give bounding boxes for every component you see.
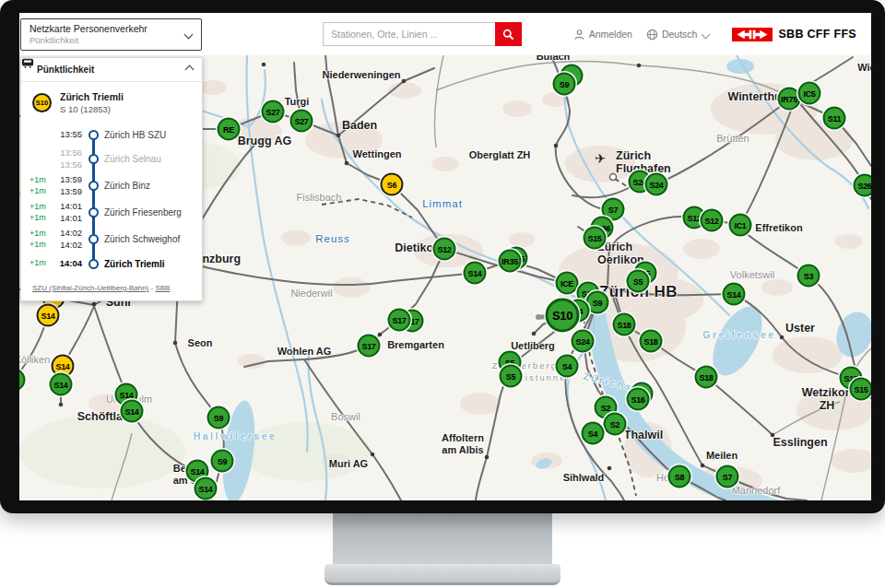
stop-node-icon	[88, 234, 99, 244]
layer-select-subtitle: Pünktlichkeit	[30, 35, 148, 46]
train-line-badge[interactable]: S4	[556, 355, 579, 378]
train-line-badge[interactable]: S17	[358, 335, 381, 358]
search-button[interactable]	[495, 22, 522, 46]
language-label: Deutsch	[662, 29, 698, 40]
login-button[interactable]: Anmelden	[573, 29, 632, 41]
stop-row: +1m+1m14:0114:01Zürich Friesenberg	[21, 199, 202, 226]
train-line-badge[interactable]: S14	[723, 283, 746, 306]
train-line-badge[interactable]: S15	[850, 378, 872, 401]
train-line-badge[interactable]: RE	[218, 118, 241, 141]
train-line-badge[interactable]: S16	[627, 388, 650, 411]
brand-name: SBB CFF FFS	[778, 28, 856, 41]
train-line-badge[interactable]: S9	[553, 73, 576, 96]
train-line-badge[interactable]: S2	[604, 413, 627, 436]
train-line-badge[interactable]: S26	[854, 174, 872, 197]
station-dot	[780, 335, 785, 340]
stop-name: Zürich Binz	[104, 181, 150, 191]
train-line-badge[interactable]: S27	[290, 110, 313, 133]
login-label: Anmelden	[589, 29, 632, 40]
train-line-badge[interactable]: S11	[823, 107, 846, 130]
station-dot	[92, 302, 97, 307]
layer-select-dropdown[interactable]: Netzkarte Personenverkehr Pünktlichkeit	[20, 18, 202, 51]
sbb-logo[interactable]: SBB CFF FFS	[732, 28, 856, 41]
panel-footer: SZU (Sihltal-Zürich-Uetliberg-Bahn) - SB…	[21, 276, 202, 300]
stop-row: 13:5613:56Zürich Selnau	[21, 146, 202, 172]
stop-node-icon	[88, 181, 99, 191]
search-input[interactable]	[323, 22, 495, 46]
train-line-badge[interactable]: S3	[797, 265, 820, 288]
stop-row: +1m+1m13:5913:59Zürich Binz	[21, 172, 202, 199]
station-dot	[59, 403, 64, 407]
stop-name: Zürich HB SZU	[104, 130, 166, 140]
train-line-badge[interactable]: S24	[645, 173, 668, 196]
train-line-badge[interactable]: S6	[381, 173, 404, 196]
sbb-link[interactable]: SBB	[155, 284, 170, 292]
punctuality-panel: Pünktlichkeit S10 Zürich Triemli S 10 (1…	[20, 57, 203, 301]
station-dot	[554, 144, 559, 148]
train-line-badge[interactable]: IC1	[729, 214, 752, 237]
train-line-badge[interactable]: S17	[388, 309, 411, 332]
train-line-badge[interactable]: S14	[195, 477, 218, 500]
train-line-badge[interactable]: S14	[121, 400, 144, 423]
train-line-badge[interactable]: S9	[207, 406, 230, 429]
person-icon	[573, 29, 585, 41]
train-line-badge[interactable]: S18	[695, 366, 718, 389]
station-dot	[345, 161, 349, 166]
app-header: Netzkarte Personenverkehr Pünktlichkeit	[19, 13, 871, 55]
panel-header[interactable]: Pünktlichkeit	[21, 58, 202, 82]
train-line-badge[interactable]: IR35	[499, 250, 522, 273]
selected-train-badge[interactable]: S10	[546, 299, 580, 333]
search-bar	[323, 22, 522, 46]
monitor-mockup: Netzkarte Personenverkehr Pünktlichkeit	[0, 0, 885, 588]
route-name: Zürich Triemli	[60, 91, 124, 102]
train-line-badge[interactable]: S14	[37, 304, 60, 327]
chevron-down-icon	[702, 29, 711, 39]
screen: Netzkarte Personenverkehr Pünktlichkeit	[19, 13, 871, 500]
train-line-badge[interactable]: S24	[572, 330, 595, 353]
stop-node-icon	[88, 154, 99, 164]
station-dot	[485, 455, 490, 460]
train-line-badge[interactable]: S5	[500, 365, 523, 388]
train-line-badge[interactable]: S7	[716, 465, 739, 488]
train-line-badge[interactable]: S18	[613, 313, 636, 336]
station-dot	[402, 79, 407, 84]
train-line-badge[interactable]: S18	[640, 330, 663, 353]
stop-name: Zürich Selnau	[104, 154, 161, 164]
stop-row: +1m+1m14:0214:02Zürich Schweighof	[21, 226, 202, 253]
station-dot	[336, 134, 341, 138]
monitor-stand	[333, 513, 552, 566]
stop-row: 13:55Zürich HB SZU	[21, 123, 202, 146]
stop-node-icon	[88, 259, 99, 269]
train-line-badge[interactable]: S12	[701, 209, 724, 232]
train-line-badge[interactable]: S5	[627, 270, 650, 293]
train-line-badge[interactable]: S8	[668, 465, 691, 488]
monitor-base	[324, 564, 560, 585]
language-selector[interactable]: Deutsch	[646, 29, 710, 41]
stop-name: Zürich Friesenberg	[104, 207, 182, 218]
search-icon	[502, 29, 514, 41]
sbb-flag-icon	[732, 28, 773, 41]
train-line-badge[interactable]: S9	[211, 450, 234, 473]
train-line-badge[interactable]: S4	[582, 422, 605, 445]
chevron-up-icon[interactable]	[185, 65, 195, 75]
stop-row: +1m14:04Zürich Triemli	[21, 253, 202, 275]
station-dot	[701, 464, 705, 468]
station-dot	[173, 341, 178, 346]
train-line-badge[interactable]: S15	[584, 227, 607, 250]
stop-name: Zürich Triemli	[104, 259, 165, 269]
train-line-badge[interactable]: S14	[50, 373, 73, 396]
map-canvas[interactable]: NiederweningenTurgiBrugg AGBadenWettinge…	[19, 55, 871, 500]
station-dot	[371, 453, 375, 457]
route-line-badge: S10	[32, 93, 52, 112]
stop-name: Zürich Schweighof	[104, 234, 180, 244]
train-line-badge[interactable]: ICE	[556, 272, 579, 295]
stop-node-icon	[88, 130, 99, 140]
train-line-badge[interactable]: S14	[464, 262, 487, 285]
train-line-badge[interactable]: S12	[433, 238, 456, 261]
station-dot	[532, 332, 537, 336]
stops-list: 13:55Zürich HB SZU13:5613:56Zürich Selna…	[21, 120, 202, 276]
operator-link[interactable]: SZU (Sihltal-Zürich-Uetliberg-Bahn)	[32, 284, 148, 292]
train-line-badge[interactable]: IC5	[798, 82, 821, 105]
train-line-badge[interactable]: S27	[262, 100, 285, 123]
stop-node-icon	[88, 207, 99, 218]
